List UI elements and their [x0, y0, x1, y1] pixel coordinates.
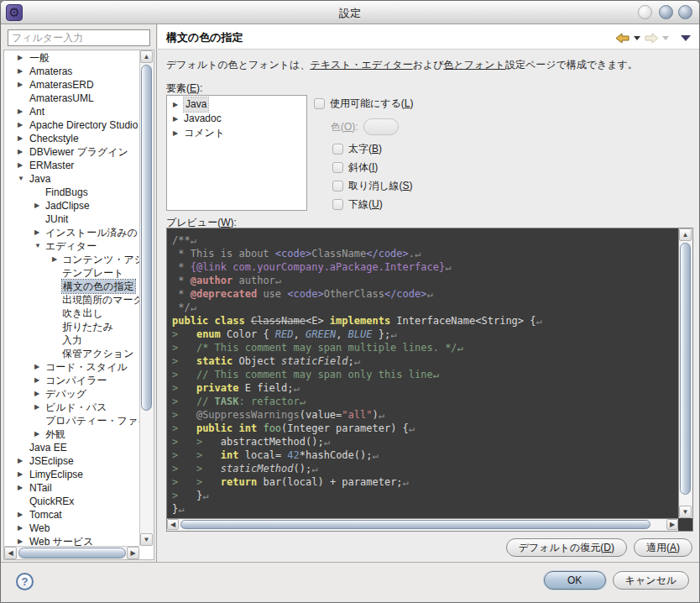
expand-icon[interactable]: ▶ — [34, 374, 39, 387]
bold-checkbox-row[interactable]: 太字(B) — [332, 142, 382, 156]
forward-history-caret-icon[interactable] — [662, 36, 669, 40]
tree-item[interactable]: ▶ビルド・パス — [4, 401, 139, 414]
title-bar[interactable]: ⚙ 設定 — [1, 1, 699, 24]
tree-item[interactable]: ▶Web — [4, 522, 139, 535]
tree-vscroll-thumb[interactable] — [141, 65, 152, 411]
preview-vertical-scrollbar[interactable]: ▲ ▼ — [678, 228, 692, 518]
tree-item[interactable]: ▶Ant — [4, 105, 139, 118]
tree-item[interactable]: プロパティー・ファイル・エ — [4, 414, 139, 427]
expand-icon[interactable]: ▶ — [173, 126, 178, 140]
scroll-down-icon[interactable]: ▼ — [679, 506, 692, 518]
scroll-down-icon[interactable]: ▼ — [140, 533, 153, 546]
tree-item[interactable]: ▶インストール済みの JRE — [4, 226, 139, 239]
tree-item[interactable]: ▶Amateras — [4, 65, 139, 78]
expand-icon[interactable]: ▶ — [18, 522, 23, 535]
cancel-button[interactable]: キャンセル — [613, 571, 689, 590]
tree-item[interactable]: ▶一般 — [4, 51, 139, 65]
expand-icon[interactable]: ▶ — [18, 51, 23, 65]
text-editor-link[interactable]: テキスト・エディター — [310, 59, 412, 71]
expand-icon[interactable]: ▶ — [18, 481, 23, 495]
expand-icon[interactable]: ▶ — [18, 132, 23, 145]
tree-item[interactable]: ▶NTail — [4, 481, 139, 495]
tree-item[interactable]: ▶JadClipse — [4, 199, 139, 212]
tree-item[interactable]: 構文の色の指定 — [4, 280, 139, 293]
maximize-button[interactable] — [659, 5, 673, 19]
tree-item[interactable]: ▶LimyEclipse — [4, 468, 139, 481]
expand-icon[interactable]: ▶ — [18, 159, 23, 172]
italic-checkbox[interactable] — [332, 162, 343, 173]
tree-item[interactable]: ▶Checkstyle — [4, 132, 139, 145]
tree-item[interactable]: 折りたたみ — [4, 320, 139, 333]
tree-item[interactable]: ▼Java — [4, 172, 139, 186]
expand-icon[interactable]: ▶ — [18, 468, 23, 481]
colors-fonts-link[interactable]: 色とフォント — [443, 59, 504, 71]
underline-checkbox-row[interactable]: 下線(U) — [332, 197, 383, 212]
tree-horizontal-scrollbar[interactable]: ◀ ▶ — [4, 546, 139, 559]
scroll-up-icon[interactable]: ▲ — [140, 50, 153, 63]
minimize-button[interactable] — [638, 5, 652, 19]
expand-icon[interactable]: ▶ — [18, 535, 23, 546]
italic-checkbox-row[interactable]: 斜体(I) — [332, 160, 378, 175]
scroll-up-icon[interactable]: ▲ — [679, 228, 692, 241]
ok-button[interactable]: OK — [544, 571, 606, 590]
enable-checkbox[interactable] — [314, 98, 325, 109]
color-swatch-button[interactable] — [363, 118, 399, 135]
tree-item[interactable]: ▶AmaterasERD — [4, 78, 139, 92]
restore-defaults-button[interactable]: デフォルトの復元(D) — [506, 538, 627, 557]
expand-icon[interactable]: ▶ — [18, 65, 23, 78]
tree-item[interactable]: QuickREx — [4, 495, 139, 508]
back-icon[interactable] — [615, 33, 630, 44]
tree-item[interactable]: 吹き出し — [4, 307, 139, 320]
scroll-left-icon[interactable]: ◀ — [4, 547, 17, 559]
element-item[interactable]: ▶コメント — [167, 126, 306, 140]
expand-icon[interactable]: ▶ — [173, 97, 178, 112]
expand-icon[interactable]: ▶ — [173, 112, 178, 126]
help-icon[interactable]: ? — [16, 573, 34, 590]
tree-item[interactable]: 出現箇所のマーク — [4, 293, 139, 307]
tree-item[interactable]: 保管アクション — [4, 347, 139, 360]
view-menu-icon[interactable] — [681, 35, 691, 41]
underline-checkbox[interactable] — [332, 199, 343, 210]
enable-checkbox-row[interactable]: 使用可能にする(L) — [314, 97, 414, 111]
back-history-caret-icon[interactable] — [634, 36, 640, 40]
expand-icon[interactable]: ▶ — [34, 199, 39, 212]
tree-item[interactable]: ▶コンテンツ・アシスト — [4, 253, 139, 266]
tree-item[interactable]: ▶Web サービス — [4, 535, 139, 546]
tree-item[interactable]: ▶コード・スタイル — [4, 360, 139, 374]
expand-icon[interactable]: ▶ — [18, 508, 23, 522]
filter-input[interactable] — [8, 29, 150, 46]
tree-item[interactable]: ▶ERMaster — [4, 159, 139, 172]
preview-vscroll-thumb[interactable] — [680, 243, 691, 495]
collapse-icon[interactable]: ▼ — [34, 239, 41, 253]
tree-item[interactable]: テンプレート — [4, 266, 139, 280]
tree-item[interactable]: ▶デバッグ — [4, 387, 139, 401]
tree-item[interactable]: ▶Tomcat — [4, 508, 139, 522]
tree-item[interactable]: ▼エディター — [4, 239, 139, 253]
scroll-left-icon[interactable]: ◀ — [167, 519, 179, 530]
scroll-right-icon[interactable]: ▶ — [666, 519, 678, 530]
expand-icon[interactable]: ▶ — [52, 253, 57, 266]
tree-vertical-scrollbar[interactable]: ▲ ▼ — [139, 50, 154, 546]
scroll-right-icon[interactable]: ▶ — [127, 547, 139, 559]
tree-item[interactable]: 入力 — [4, 333, 139, 347]
preview-horizontal-scrollbar[interactable]: ◀ ▶ — [167, 518, 678, 531]
expand-icon[interactable]: ▶ — [34, 387, 39, 401]
tree-item[interactable]: ▶JSEclipse — [4, 454, 139, 468]
expand-icon[interactable]: ▶ — [18, 105, 23, 118]
tree-item[interactable]: ▶コンパイラー — [4, 374, 139, 387]
element-item[interactable]: ▶Java — [167, 97, 306, 112]
expand-icon[interactable]: ▶ — [34, 226, 39, 239]
preview-hscroll-thumb[interactable] — [180, 520, 650, 529]
tree-item[interactable]: Java EE — [4, 441, 139, 454]
strikethrough-checkbox-row[interactable]: 取り消し線(S) — [332, 179, 413, 193]
tree-item[interactable]: FindBugs — [4, 186, 139, 199]
forward-icon[interactable] — [644, 33, 659, 44]
tree-hscroll-thumb[interactable] — [18, 548, 126, 558]
close-button[interactable] — [678, 5, 692, 19]
tree-item[interactable]: ▶Apache Directory Studio — [4, 118, 139, 132]
tree-item[interactable]: ▶DBViewer プラグイン — [4, 145, 139, 159]
expand-icon[interactable]: ▶ — [34, 401, 39, 414]
strikethrough-checkbox[interactable] — [332, 181, 343, 191]
expand-icon[interactable]: ▶ — [18, 78, 23, 92]
expand-icon[interactable]: ▶ — [18, 454, 23, 468]
